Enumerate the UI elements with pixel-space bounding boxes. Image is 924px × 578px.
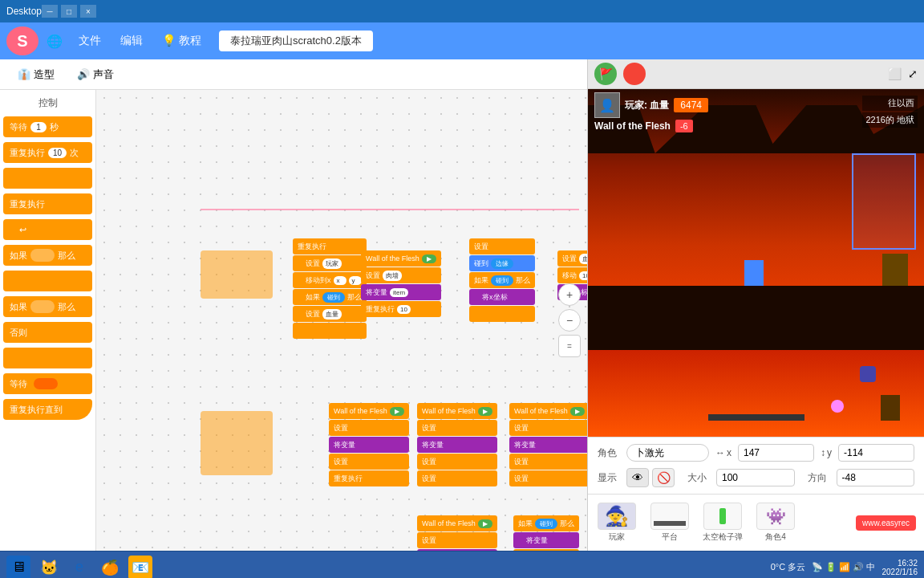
cb-set5[interactable]: 设置	[469, 238, 535, 254]
zoom-controls: + − =	[558, 283, 581, 357]
cb-m8-4[interactable]: 设置	[417, 470, 497, 486]
clock-date: 2022/1/16	[882, 568, 918, 576]
sprite-name-input[interactable]	[626, 444, 709, 462]
zoom-fit-button[interactable]: =	[558, 335, 581, 357]
props-panel: 角色 ↔ x ↕ y 显示 👁	[588, 437, 924, 494]
cb-set3[interactable]: 设置 肉墙	[361, 267, 441, 283]
cb-b11-2[interactable]: 将变量	[513, 532, 579, 548]
globe-icon[interactable]: 🌐	[42, 28, 67, 54]
repeat-block[interactable]: 重复执行 10 次	[3, 142, 92, 163]
cb-m7-3[interactable]: 设置	[329, 454, 409, 470]
monster-sprite	[882, 254, 908, 286]
sprite-item-0[interactable]: 🧙 玩家	[593, 499, 641, 546]
cb-m7-2[interactable]: 将变量	[329, 437, 409, 453]
sprite-thumb-0: 🧙	[598, 503, 636, 530]
menu-bar: S 🌐 文件 编辑 💡 教程 泰拉瑞亚肉山scratch0.2版本	[0, 22, 924, 59]
cb-b10-2[interactable]: 将变量	[417, 549, 497, 551]
canvas-block[interactable]	[201, 250, 273, 299]
show-btn[interactable]: 👁	[626, 468, 649, 487]
zoom-out-button[interactable]: −	[558, 309, 581, 332]
if-block[interactable]: 如果 那么	[3, 245, 92, 266]
cb-r6-1[interactable]: 设置 血量	[557, 250, 587, 267]
cb-m9-2[interactable]: 将变量	[509, 437, 587, 453]
block-group-2	[201, 411, 273, 475]
cb-b11-1[interactable]: 如果 碰到 那么	[513, 515, 579, 531]
cb-repeat2[interactable]: 重复执行 10	[361, 301, 441, 317]
tab-sound[interactable]: 🔊 声音	[66, 63, 125, 87]
taskbar-app-2[interactable]: 🐱	[37, 556, 61, 579]
cb-purple2[interactable]: 将x坐标	[469, 289, 535, 305]
wait-until-block[interactable]	[3, 348, 92, 368]
cb-b10-wall[interactable]: Wall of the Flesh ▶	[417, 515, 497, 531]
tab-costume[interactable]: 👔 造型	[6, 63, 66, 87]
menu-tutorial[interactable]: 💡 教程	[154, 31, 209, 51]
sprite-thumb-1	[650, 503, 689, 530]
cb-blue1[interactable]: 碰到 边缘	[469, 255, 535, 271]
cb-m8-1[interactable]: 设置	[417, 420, 497, 436]
taskbar-app-1[interactable]: 🖥	[6, 556, 30, 579]
menu-edit[interactable]: 编辑	[112, 31, 151, 51]
sprite-name-3: 角色4	[765, 531, 786, 543]
direction-input[interactable]	[837, 469, 915, 486]
zoom-in-button[interactable]: +	[558, 283, 581, 306]
game-info-overlay: 往以西 2216的 地狱	[862, 96, 918, 128]
size-label: 大小	[687, 471, 710, 485]
cb-m8-3[interactable]: 设置	[417, 454, 497, 470]
if-else-block[interactable]: 如果 那么	[3, 296, 92, 317]
stop-button[interactable]	[623, 63, 646, 85]
cb-m9-4[interactable]: 设置	[509, 470, 587, 486]
cb-m8-wall[interactable]: Wall of the Flesh ▶	[417, 403, 497, 419]
taskbar-bottom: 🖥 🐱 e 🍊 📧 0°C 多云 📡 🔋 📶 🔊 中 16:32 2022/1/…	[0, 551, 924, 578]
repeat-block-end[interactable]	[3, 168, 92, 189]
sprite-item-2[interactable]: 太空枪子弹	[699, 499, 747, 546]
cb-move1[interactable]: 移动到x x y	[293, 272, 367, 288]
cb-set1[interactable]: 设置 玩家	[293, 255, 367, 271]
close-button[interactable]: ×	[80, 5, 96, 18]
cb-wall1[interactable]: Wall of the Flesh ▶	[361, 250, 441, 267]
taskbar-app-3[interactable]: e	[67, 556, 91, 579]
cb-if1[interactable]: 如果 碰到 那么	[293, 289, 367, 305]
cb-m9-3[interactable]: 设置	[509, 454, 587, 470]
taskbar-clock: 16:32 2022/1/16	[882, 559, 918, 576]
sprite-item-3[interactable]: 👾 角色4	[752, 499, 800, 546]
y-input[interactable]	[838, 444, 914, 462]
cb-m8-2[interactable]: 将变量	[417, 437, 497, 453]
fullscreen-button[interactable]: ⬜	[888, 67, 902, 80]
minimize-button[interactable]: ─	[42, 5, 58, 18]
cb-m9-1[interactable]: 设置	[509, 420, 587, 436]
expand-button[interactable]: ⤢	[908, 67, 918, 80]
cb-r6-2[interactable]: 移动 10	[557, 267, 587, 283]
lava-bg	[588, 350, 924, 437]
cb-b10-1[interactable]: 设置	[417, 532, 497, 548]
stop-block[interactable]: 等待	[3, 373, 92, 394]
cb-b11-3	[513, 549, 579, 551]
taskbar-app-4[interactable]: 🍊	[98, 556, 122, 579]
taskbar-app-5[interactable]: 📧	[128, 556, 152, 579]
forever-block[interactable]: 重复执行	[3, 193, 92, 214]
flag-icon: 🚩	[599, 67, 613, 80]
canvas-block-2[interactable]	[201, 411, 273, 475]
player-sprite	[744, 260, 764, 286]
cb-m7-1[interactable]: 设置	[329, 420, 409, 436]
cb-if2[interactable]: 如果 碰到 那么	[469, 272, 535, 288]
size-input[interactable]	[716, 469, 795, 486]
cb-repeat[interactable]: 重复执行	[293, 238, 367, 254]
cb-set2[interactable]: 设置 血量	[293, 306, 367, 322]
restore-button[interactable]: □	[61, 5, 77, 18]
game-bottom-area	[588, 350, 924, 437]
menu-file[interactable]: 文件	[71, 31, 109, 51]
cb-m7-4[interactable]: 重复执行	[329, 470, 409, 486]
sprite-item-1[interactable]: 平台	[646, 499, 694, 546]
repeat-until-block[interactable]: 重复执行直到	[3, 399, 92, 420]
tabs-row: 👔 造型 🔊 声音	[0, 59, 587, 90]
hide-btn[interactable]: 🚫	[652, 468, 675, 487]
script-area[interactable]: 重复执行 设置 玩家 移动到x x y 如果 碰	[96, 90, 587, 551]
cb-m9-wall[interactable]: Wall of the Flesh ▶	[509, 403, 587, 419]
project-name-input[interactable]: 泰拉瑞亚肉山scratch0.2版本	[219, 31, 373, 51]
cb-m7-wall[interactable]: Wall of the Flesh ▶	[329, 403, 409, 419]
x-input[interactable]	[738, 444, 814, 462]
window-title: Desktop	[6, 6, 42, 17]
wait-block[interactable]: 等待 1 秒	[3, 116, 92, 137]
cb-purple1[interactable]: 将变量 item	[361, 284, 441, 300]
green-flag-button[interactable]: 🚩	[594, 63, 617, 85]
